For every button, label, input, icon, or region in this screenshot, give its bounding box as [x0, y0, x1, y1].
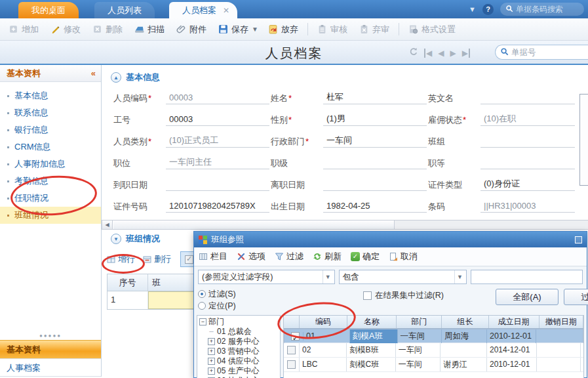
- leave-date-field[interactable]: [323, 179, 427, 191]
- sidebar-item-basic-info[interactable]: 基本信息: [0, 87, 101, 104]
- employee-category-field[interactable]: (10)正式员工: [166, 135, 269, 148]
- columns-button[interactable]: 栏目: [199, 251, 227, 262]
- radio-filter[interactable]: 过滤(S): [198, 288, 236, 300]
- collapse-sidebar-icon[interactable]: «: [91, 65, 96, 81]
- refresh-icon[interactable]: [409, 47, 418, 58]
- column-header-code[interactable]: 编码: [300, 316, 347, 328]
- radio-locate[interactable]: 定位(P): [198, 300, 236, 312]
- delete-button[interactable]: 删除: [92, 24, 123, 35]
- sidebar-item-attendance-info[interactable]: 考勤信息: [0, 173, 101, 190]
- english-name-field[interactable]: [480, 93, 575, 104]
- filter-keyword-input[interactable]: [471, 270, 583, 284]
- table-row[interactable]: 01 刻模A班 一车间 周如海 2010-12-01: [284, 329, 583, 343]
- modify-button[interactable]: 修改: [50, 24, 81, 35]
- scrollbar-thumb[interactable]: [113, 220, 395, 229]
- job-level-field[interactable]: [323, 158, 427, 169]
- column-header-checkbox[interactable]: [284, 316, 300, 328]
- tree-node[interactable]: +05 生产中心: [199, 366, 280, 376]
- sidebar-item-hr-extra-info[interactable]: 人事附加信息: [0, 156, 101, 173]
- format-settings-button[interactable]: 格式设置: [408, 24, 456, 35]
- tab-my-desktop[interactable]: 我的桌面: [18, 2, 79, 18]
- first-record-icon[interactable]: ◀: [424, 49, 432, 58]
- column-header-name[interactable]: 名称: [347, 316, 397, 328]
- add-row-button[interactable]: 增行: [107, 253, 135, 265]
- add-button[interactable]: 增加: [9, 24, 39, 35]
- work-number-field[interactable]: 00003: [166, 114, 269, 126]
- tree-node[interactable]: ─01 总裁会: [199, 327, 280, 337]
- cancel-button[interactable]: 取消: [389, 251, 418, 262]
- sidebar-item-team-status[interactable]: 班组情况: [0, 207, 101, 224]
- expand-node-icon[interactable]: +: [208, 358, 215, 365]
- expand-node-icon[interactable]: +: [208, 348, 215, 355]
- barcode-search-input[interactable]: [516, 5, 576, 14]
- delete-row-button[interactable]: 删行: [143, 253, 171, 265]
- id-type-field[interactable]: (0)身份证: [480, 178, 575, 191]
- last-record-icon[interactable]: ▶: [462, 49, 470, 58]
- sidebar-item-crm-info[interactable]: CRM信息: [0, 138, 101, 156]
- admin-department-field[interactable]: 一车间: [323, 135, 427, 148]
- expand-node-icon[interactable]: +: [208, 368, 215, 375]
- tab-personnel-list[interactable]: 人员列表: [94, 2, 155, 18]
- barcode-search-box[interactable]: [500, 3, 584, 16]
- row-checkbox-cell[interactable]: [284, 343, 300, 357]
- birth-date-field[interactable]: 1982-04-25: [323, 201, 427, 213]
- collapse-section-icon[interactable]: ▲: [111, 72, 121, 83]
- row-checkbox-cell[interactable]: [288, 332, 304, 341]
- horizontal-scrollbar[interactable]: ◀: [102, 220, 588, 230]
- filter-field-select[interactable]: (参照定义过滤字段) ▼: [198, 270, 335, 284]
- employment-status-field[interactable]: (10)在职: [480, 113, 575, 126]
- abandon-button[interactable]: 放弃: [268, 24, 298, 35]
- maximize-icon[interactable]: [575, 236, 582, 243]
- chevron-down-icon[interactable]: ▼: [469, 5, 476, 13]
- hire-date-field[interactable]: [166, 179, 269, 191]
- help-icon[interactable]: ?: [482, 4, 494, 15]
- sidebar-group-basic-data[interactable]: 基本资料: [0, 340, 101, 358]
- collapse-section-icon[interactable]: ▼: [111, 234, 121, 244]
- tab-close-icon[interactable]: ✕: [223, 7, 229, 14]
- confirm-button[interactable]: ✓ 确定: [351, 251, 380, 262]
- barcode-field[interactable]: ||HR31|00003: [480, 201, 575, 213]
- employee-code-field[interactable]: 00003: [166, 93, 269, 104]
- filter-button[interactable]: 过滤: [275, 251, 304, 262]
- previous-record-icon[interactable]: ◀: [438, 49, 444, 58]
- filter-apply-button[interactable]: 过滤(F): [564, 289, 588, 305]
- column-header-dept[interactable]: 部门: [397, 316, 442, 328]
- table-row[interactable]: LBC 刻模C班 一车间 谢勇江 2010-12-01: [284, 358, 583, 372]
- next-record-icon[interactable]: ▶: [450, 49, 456, 58]
- scan-button[interactable]: 扫描: [134, 24, 165, 35]
- position-field[interactable]: 一车间主任: [166, 156, 269, 169]
- include-history-checkbox[interactable]: [185, 255, 193, 264]
- sidebar-group-hr-archive[interactable]: 人事档案: [0, 358, 101, 377]
- team-field[interactable]: [480, 136, 575, 148]
- gender-field[interactable]: (1)男: [323, 113, 427, 126]
- column-header-founded[interactable]: 成立日期: [489, 316, 539, 328]
- tree-node[interactable]: +04 供应中心: [199, 356, 280, 366]
- all-button[interactable]: 全部(A): [496, 289, 559, 305]
- expand-node-icon[interactable]: +: [208, 338, 215, 345]
- filter-in-result-checkbox-row[interactable]: 在结果集中过滤(R): [363, 290, 444, 301]
- job-grade-field[interactable]: [480, 158, 575, 169]
- tree-node-root[interactable]: − 部门: [199, 317, 280, 327]
- filter-operator-select[interactable]: 包含 ▼: [339, 270, 467, 284]
- column-header-leader[interactable]: 组长: [442, 316, 488, 328]
- doc-number-search-box[interactable]: [495, 45, 588, 60]
- sidebar-item-position-status[interactable]: 任职情况: [0, 190, 101, 207]
- id-number-field[interactable]: 12010719820425789X: [166, 201, 269, 213]
- collapse-node-icon[interactable]: −: [199, 318, 206, 326]
- tree-node[interactable]: +03 营销中心: [199, 346, 280, 356]
- sidebar-item-contact-info[interactable]: 联系信息: [0, 104, 101, 121]
- column-header-seq[interactable]: 序号: [108, 274, 148, 291]
- sidebar-splitter-handle[interactable]: ●●●●●: [0, 331, 101, 340]
- table-row[interactable]: 02 刻模B班 一车间 2014-12-01: [284, 343, 583, 358]
- row-checkbox-cell[interactable]: [284, 358, 300, 371]
- dialog-title-bar[interactable]: 班组参照: [194, 232, 587, 247]
- tree-node[interactable]: +02 服务中心: [199, 337, 280, 346]
- doc-number-input[interactable]: [511, 48, 577, 57]
- sidebar-item-bank-info[interactable]: 银行信息: [0, 121, 101, 138]
- save-button[interactable]: 保存: [218, 24, 248, 35]
- tab-personnel-archive[interactable]: 人员档案 ✕: [169, 2, 237, 18]
- save-dropdown-icon[interactable]: ▼: [252, 26, 258, 33]
- audit-button[interactable]: 审核: [317, 24, 347, 35]
- attachment-button[interactable]: 附件: [176, 24, 206, 35]
- name-field[interactable]: 杜军: [323, 91, 427, 104]
